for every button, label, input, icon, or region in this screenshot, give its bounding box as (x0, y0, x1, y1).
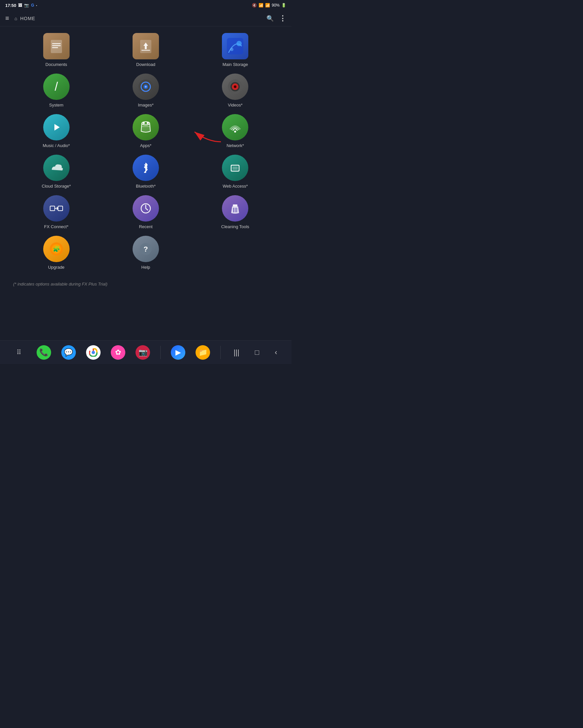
svg-text:🧩: 🧩 (53, 245, 60, 253)
svg-rect-1 (52, 43, 61, 44)
dock-apps-grid-button[interactable]: ⠿ (12, 345, 26, 360)
dock-chrome-button[interactable] (86, 345, 101, 360)
system-icon: / (43, 74, 70, 100)
download-icon (132, 33, 159, 59)
app-item-main-storage[interactable]: Main Storage (192, 33, 278, 67)
dock-play-store-button[interactable]: ▶ (171, 345, 185, 360)
cleaning-tools-icon (222, 195, 248, 222)
app-item-download[interactable]: Download (103, 33, 188, 67)
apps-label: Apps* (140, 143, 152, 148)
menu-button[interactable]: ≡ (5, 15, 9, 22)
fx-connect-label: FX Connect* (44, 224, 69, 229)
app-item-documents[interactable]: Documents (13, 33, 99, 67)
instagram-icon: 📷 (24, 3, 29, 7)
dock-camera-button[interactable]: 📷 (135, 345, 150, 360)
wifi-status-icon: 📶 (258, 3, 263, 7)
nav-home-button[interactable]: □ (252, 345, 262, 359)
dock-divider (160, 346, 160, 359)
music-icon (43, 114, 70, 140)
svg-text:?: ? (144, 245, 148, 253)
nav-title-label: HOME (20, 16, 35, 21)
search-button[interactable]: 🔍 (267, 15, 274, 22)
dock-files-button[interactable]: 📁 (196, 345, 210, 360)
app-item-images[interactable]: Images* (103, 74, 188, 107)
svg-point-17 (234, 85, 236, 88)
help-icon: ? (132, 236, 159, 262)
battery-icon: 🔋 (281, 3, 286, 7)
app-item-cleaning-tools[interactable]: Cleaning Tools (192, 195, 278, 229)
recent-icon (132, 195, 159, 222)
app-item-music[interactable]: Music / Audio* (13, 114, 99, 148)
photo-icon: 🖼 (18, 3, 22, 7)
apps-icon (132, 114, 159, 140)
app-grid: Documents Download Main Storage / (0, 26, 292, 276)
svg-rect-2 (52, 45, 61, 46)
dock-divider-2 (220, 346, 221, 359)
svg-rect-3 (52, 47, 58, 48)
nav-recents-button[interactable]: ||| (231, 345, 242, 359)
svg-point-9 (230, 48, 233, 51)
dot-indicator: • (36, 4, 37, 7)
mute-icon: 🔇 (252, 3, 257, 7)
battery-percent: 90% (272, 3, 280, 7)
main-storage-icon (222, 33, 248, 59)
svg-point-39 (92, 351, 95, 354)
app-item-web-access[interactable]: Web Access* (192, 155, 278, 189)
status-left: 17:50 🖼 📷 G • (5, 3, 37, 8)
nav-right: 🔍 ⋮ (267, 14, 286, 23)
network-label: Network* (227, 143, 244, 148)
help-label: Help (142, 265, 150, 270)
svg-rect-28 (233, 204, 237, 206)
network-icon (222, 114, 248, 140)
upgrade-icon: 🧩 (43, 236, 70, 262)
bottom-dock: ⠿ 📞 💬 ✿ 📷 ▶ 📁 ||| (0, 340, 292, 364)
status-bar: 17:50 🖼 📷 G • 🔇 📶 📶 90% 🔋 (0, 0, 292, 10)
home-nav-icon: ⌂ (15, 16, 18, 21)
documents-icon (43, 33, 70, 59)
svg-rect-6 (142, 50, 150, 51)
videos-label: Videos* (228, 103, 243, 107)
dock-petal-button[interactable]: ✿ (111, 345, 125, 360)
web-access-label: Web Access* (223, 184, 248, 189)
cleaning-tools-label: Cleaning Tools (221, 224, 249, 229)
app-item-fx-connect[interactable]: FX Connect* (13, 195, 99, 229)
app-item-apps[interactable]: Apps* (103, 114, 188, 148)
documents-label: Documents (46, 62, 67, 67)
app-item-cloud-storage[interactable]: Cloud Storage* (13, 155, 99, 189)
nav-back-button[interactable]: ‹ (272, 345, 280, 359)
app-item-upgrade[interactable]: 🧩 Upgrade (13, 236, 99, 270)
svg-point-8 (236, 41, 242, 46)
svg-marker-18 (54, 124, 60, 131)
svg-point-20 (143, 122, 145, 124)
app-item-help[interactable]: ? Help (103, 236, 188, 270)
footer-note-text: (* indicates options available during FX… (13, 282, 107, 287)
videos-icon (222, 74, 248, 100)
status-right: 🔇 📶 📶 90% 🔋 (252, 3, 286, 7)
app-item-recent[interactable]: Recent (103, 195, 188, 229)
nav-bar: ≡ ⌂ HOME 🔍 ⋮ (0, 10, 292, 26)
bluetooth-icon (132, 155, 159, 181)
app-item-videos[interactable]: Videos* (192, 74, 278, 107)
app-item-bluetooth[interactable]: Bluetooth* (103, 155, 188, 189)
svg-rect-26 (58, 206, 62, 211)
bluetooth-label: Bluetooth* (136, 184, 156, 189)
dock-phone-button[interactable]: 📞 (36, 345, 51, 360)
svg-rect-0 (51, 40, 62, 53)
nav-title: ⌂ HOME (15, 16, 35, 21)
images-icon (132, 74, 159, 100)
svg-rect-25 (50, 206, 55, 211)
upgrade-label: Upgrade (48, 265, 65, 270)
cloud-storage-icon (43, 155, 70, 181)
recent-label: Recent (139, 224, 152, 229)
svg-rect-24 (232, 166, 238, 170)
images-label: Images* (138, 103, 154, 107)
dock-messages-button[interactable]: 💬 (61, 345, 76, 360)
main-storage-label: Main Storage (223, 62, 248, 67)
signal-icon: 📶 (265, 3, 270, 7)
fx-connect-icon (43, 195, 70, 222)
google-icon: G (31, 3, 34, 7)
app-item-network[interactable]: Network* (192, 114, 278, 148)
app-item-system[interactable]: / System (13, 74, 99, 107)
more-options-button[interactable]: ⋮ (279, 14, 286, 23)
system-label: System (49, 103, 63, 107)
